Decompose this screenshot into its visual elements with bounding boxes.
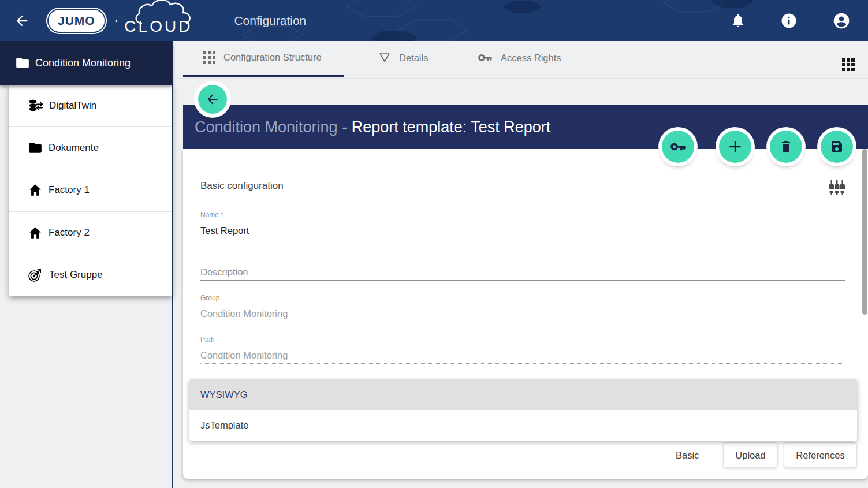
active-tab-underline — [183, 75, 344, 77]
bell-icon — [731, 13, 746, 28]
sidebar-item-dokumente[interactable]: Dokumente — [9, 127, 172, 169]
info-button[interactable] — [778, 10, 800, 32]
sidebar-group-header[interactable]: Condition Monitoring — [0, 41, 172, 85]
section-title: Basic configuration — [200, 180, 284, 192]
tab-label: Details — [399, 53, 428, 64]
template-type-menu: WYSIWYG JsTemplate — [189, 379, 857, 441]
folder-icon — [15, 55, 30, 70]
topbar-actions — [728, 9, 853, 32]
digital-twin-icon — [28, 98, 43, 114]
account-icon — [832, 12, 851, 30]
sidebar-item-digitaltwin[interactable]: DigitalTwin — [9, 85, 172, 127]
tune-button[interactable] — [828, 178, 845, 199]
tune-icon — [828, 178, 845, 197]
sidebar-item-label: Test Gruppe — [49, 269, 103, 281]
key-icon — [670, 140, 686, 154]
tab-label: Access Rights — [501, 53, 561, 64]
description-input[interactable] — [200, 264, 845, 281]
detail-back-button[interactable] — [198, 85, 227, 114]
save-button[interactable] — [821, 131, 853, 163]
tab-details[interactable]: Details — [378, 51, 428, 64]
funnel-icon — [378, 51, 391, 64]
path-field-label: Path — [200, 336, 215, 344]
group-field-label: Group — [200, 294, 219, 302]
folder-icon — [28, 140, 43, 155]
path-input — [200, 347, 845, 364]
notifications-button[interactable] — [728, 11, 748, 31]
page-title: Configuration — [234, 14, 306, 28]
sidebar-item-label: Factory 1 — [49, 184, 90, 196]
apps-grid-button[interactable] — [841, 57, 856, 74]
tab-label: Configuration Structure — [223, 52, 322, 63]
tab-access-rights[interactable]: Access Rights — [478, 51, 561, 64]
apps-grid-icon — [842, 58, 855, 71]
detail-header-band: Condition Monitoring - Report template: … — [183, 105, 868, 149]
tab-configuration-structure[interactable]: Configuration Structure — [203, 51, 322, 64]
sidebar-item-test-gruppe[interactable]: Test Gruppe — [9, 254, 172, 296]
sidebar-divider — [172, 41, 173, 488]
cloud-logo: CLOUD — [124, 3, 192, 38]
name-input[interactable] — [200, 222, 845, 239]
sidebar-item-factory-1[interactable]: Factory 1 — [9, 169, 172, 211]
name-field-label: Name * — [200, 211, 223, 219]
jumo-cloud-logo: JUMO · CLOUD — [49, 3, 192, 38]
add-button[interactable] — [719, 131, 751, 163]
save-icon — [830, 140, 844, 154]
sidebar-item-label: Dokumente — [49, 142, 99, 154]
detail-title-prefix: Condition Monitoring - — [195, 118, 352, 136]
target-icon — [28, 267, 43, 282]
sidebar-item-list: DigitalTwin Dokumente Factory 1 Factory … — [9, 85, 172, 296]
cloud-outline-icon — [135, 0, 198, 24]
footer-tab-basic[interactable]: Basic — [676, 442, 699, 468]
sidebar-item-label: Factory 2 — [49, 227, 90, 239]
home-icon — [28, 182, 43, 198]
account-button[interactable] — [830, 9, 853, 32]
jumo-logo-pill: JUMO — [49, 10, 105, 32]
info-icon — [780, 12, 798, 29]
key-icon — [478, 51, 493, 64]
detail-title-main: Report template: Test Report — [352, 118, 551, 136]
topbar-back-button[interactable] — [12, 10, 32, 31]
vertical-scrollbar-thumb[interactable] — [862, 149, 867, 315]
logo-separator-dot: · — [114, 12, 119, 29]
delete-button[interactable] — [770, 131, 802, 163]
main-tabbar: Configuration Structure Details Access R… — [173, 41, 868, 79]
sidebar-group-label: Condition Monitoring — [35, 57, 131, 69]
menu-option-jstemplate[interactable]: JsTemplate — [189, 410, 857, 441]
footer-tab-references[interactable]: References — [784, 442, 857, 468]
back-arrow-icon — [205, 92, 220, 107]
group-input — [200, 306, 845, 322]
sidebar-item-label: DigitalTwin — [49, 100, 96, 111]
menu-option-wysiwyg[interactable]: WYSIWYG — [189, 379, 857, 410]
home-icon — [28, 225, 43, 240]
delete-icon — [779, 140, 793, 154]
add-icon — [728, 139, 743, 154]
footer-tab-upload[interactable]: Upload — [723, 442, 778, 468]
topbar: JUMO · CLOUD Configuration — [0, 0, 868, 41]
sidebar-item-factory-2[interactable]: Factory 2 — [9, 212, 172, 254]
access-key-button[interactable] — [662, 131, 694, 163]
grid-icon — [203, 51, 215, 64]
back-arrow-icon — [14, 13, 30, 29]
detail-title: Condition Monitoring - Report template: … — [195, 118, 550, 136]
